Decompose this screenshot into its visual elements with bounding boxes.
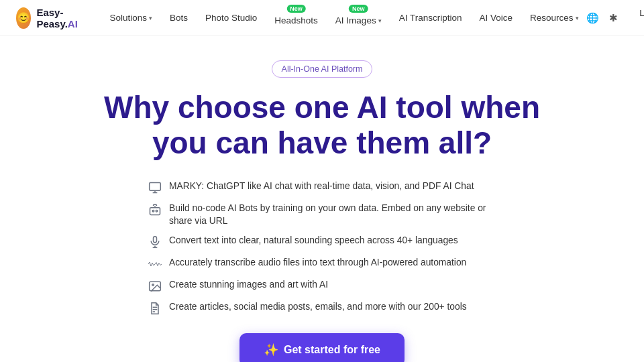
- globe-icon[interactable]: 🌐: [586, 8, 601, 28]
- svg-point-5: [156, 210, 158, 212]
- nav-item-resources[interactable]: Resources ▾: [523, 9, 586, 27]
- nav-item-solutions[interactable]: Solutions ▾: [103, 9, 159, 27]
- nav-item-bots[interactable]: Bots: [163, 9, 195, 27]
- nav-item-ai-images[interactable]: New AI Images ▾: [329, 6, 388, 29]
- image-icon: [148, 279, 162, 294]
- chevron-down-icon: ▾: [149, 15, 152, 21]
- feature-writing: Create articles, social media posts, ema…: [148, 300, 467, 316]
- waveform-icon: [148, 257, 162, 272]
- nav-item-headshots[interactable]: New Headshots: [268, 6, 325, 29]
- ai-images-new-badge: New: [349, 5, 368, 13]
- feature-images-text: Create stunning images and art with AI: [169, 278, 328, 291]
- logo[interactable]: 😊 Easy-Peasy.AI: [16, 7, 84, 29]
- get-started-button[interactable]: ✨ Get started for free: [239, 333, 405, 362]
- svg-point-11: [152, 284, 154, 286]
- nav-item-ai-voice[interactable]: AI Voice: [472, 9, 519, 27]
- hero-badge: All-In-One AI Platform: [272, 60, 373, 78]
- sparkle-icon: ✨: [264, 343, 278, 357]
- theme-toggle-icon[interactable]: ✱: [606, 8, 621, 28]
- logo-text: Easy-Peasy.AI: [36, 7, 84, 29]
- svg-point-4: [152, 210, 154, 212]
- feature-bots-text: Build no-code AI Bots by training on you…: [169, 202, 496, 228]
- feature-writing-text: Create articles, social media posts, ema…: [169, 300, 467, 313]
- login-button[interactable]: Log in: [627, 3, 644, 33]
- nav-item-photo-studio[interactable]: Photo Studio: [199, 9, 264, 27]
- chevron-down-icon: ▾: [378, 17, 382, 24]
- feature-chat-text: MARKY: ChatGPT like AI chat with real-ti…: [169, 180, 474, 192]
- feature-voice-text: Convert text into clear, natural soundin…: [169, 234, 458, 247]
- svg-rect-7: [154, 237, 157, 243]
- navbar: 😊 Easy-Peasy.AI Solutions ▾ Bots Photo S…: [0, 0, 644, 36]
- hero-title: Why choose one AI tool when you can have…: [104, 90, 540, 161]
- hero-features: MARKY: ChatGPT like AI chat with real-ti…: [148, 180, 496, 316]
- microphone-icon: [148, 235, 162, 249]
- document-icon: [148, 301, 162, 316]
- svg-rect-0: [150, 182, 161, 190]
- chat-icon: [148, 180, 162, 195]
- nav-item-ai-transcription[interactable]: AI Transcription: [392, 9, 469, 27]
- svg-rect-3: [150, 207, 160, 215]
- feature-images: Create stunning images and art with AI: [148, 278, 328, 294]
- chevron-down-icon: ▾: [576, 15, 579, 21]
- feature-chat: MARKY: ChatGPT like AI chat with real-ti…: [148, 180, 474, 195]
- feature-transcription-text: Accurately transcribe audio files into t…: [169, 256, 466, 269]
- feature-voice: Convert text into clear, natural soundin…: [148, 234, 458, 249]
- hero-section: All-In-One AI Platform Why choose one AI…: [0, 36, 644, 362]
- feature-bots: Build no-code AI Bots by training on you…: [148, 202, 496, 228]
- nav-actions: 🌐 ✱ Log in Sign up: [586, 3, 645, 33]
- feature-transcription: Accurately transcribe audio files into t…: [148, 256, 466, 272]
- logo-icon: 😊: [16, 7, 31, 29]
- nav-links: Solutions ▾ Bots Photo Studio New Headsh…: [103, 6, 585, 29]
- bots-icon: [148, 202, 162, 217]
- headshots-new-badge: New: [286, 5, 306, 13]
